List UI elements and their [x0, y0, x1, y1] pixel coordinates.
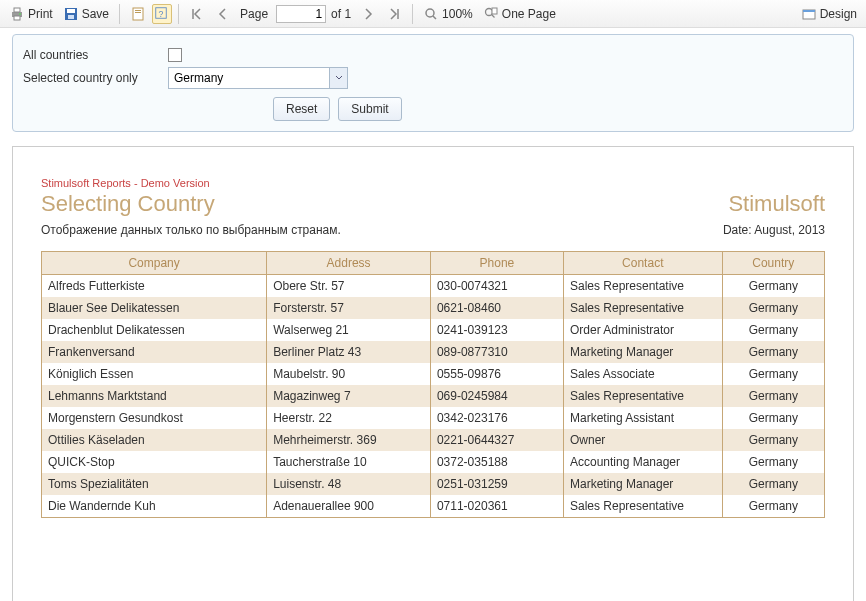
cell-contact: Accounting Manager	[563, 451, 722, 473]
country-input[interactable]	[169, 68, 329, 88]
cell-country: Germany	[722, 385, 824, 407]
cell-contact: Marketing Manager	[563, 473, 722, 495]
cell-company: Toms Spezialitäten	[42, 473, 267, 495]
one-page-button[interactable]: One Page	[479, 4, 560, 24]
cell-contact: Sales Representative	[563, 275, 722, 298]
table-row: Morgenstern GesundkostHeerstr. 220342-02…	[42, 407, 825, 429]
zoom-button[interactable]: 100%	[419, 4, 477, 24]
toolbar: Print Save ? Page of 1	[0, 0, 866, 28]
cell-address: Obere Str. 57	[267, 275, 431, 298]
one-page-icon	[483, 6, 499, 22]
cell-address: Heerstr. 22	[267, 407, 431, 429]
header-contact: Contact	[563, 252, 722, 275]
svg-rect-8	[135, 10, 141, 11]
country-combo[interactable]	[168, 67, 348, 89]
first-page-button[interactable]	[185, 4, 209, 24]
parameters-button[interactable]: ?	[152, 4, 172, 24]
cell-address: Berliner Platz 43	[267, 341, 431, 363]
cell-company: Alfreds Futterkiste	[42, 275, 267, 298]
zoom-icon	[423, 6, 439, 22]
first-page-icon	[189, 6, 205, 22]
chevron-down-icon	[335, 71, 343, 85]
cell-phone: 0221-0644327	[430, 429, 563, 451]
cell-country: Germany	[722, 473, 824, 495]
cell-address: Forsterstr. 57	[267, 297, 431, 319]
cell-contact: Sales Representative	[563, 385, 722, 407]
cell-phone: 069-0245984	[430, 385, 563, 407]
cell-contact: Marketing Assistant	[563, 407, 722, 429]
cell-company: QUICK-Stop	[42, 451, 267, 473]
svg-point-3	[19, 13, 21, 15]
report-page: Stimulsoft Reports - Demo Version Select…	[12, 146, 854, 601]
print-button[interactable]: Print	[5, 4, 57, 24]
svg-rect-5	[67, 9, 75, 13]
table-row: QUICK-StopTaucherstraße 100372-035188Acc…	[42, 451, 825, 473]
separator	[178, 4, 179, 24]
page-input[interactable]	[276, 5, 326, 23]
selected-country-label: Selected country only	[23, 71, 168, 85]
all-countries-checkbox[interactable]	[168, 48, 182, 62]
table-row: FrankenversandBerliner Platz 43089-08773…	[42, 341, 825, 363]
cell-company: Frankenversand	[42, 341, 267, 363]
cell-phone: 0342-023176	[430, 407, 563, 429]
header-company: Company	[42, 252, 267, 275]
report-subtitle: Отображение данных только по выбранным с…	[41, 223, 341, 237]
print-icon	[9, 6, 25, 22]
cell-address: Adenauerallee 900	[267, 495, 431, 518]
cell-address: Walserweg 21	[267, 319, 431, 341]
cell-contact: Sales Associate	[563, 363, 722, 385]
last-page-button[interactable]	[382, 4, 406, 24]
cell-contact: Order Administrator	[563, 319, 722, 341]
cell-address: Magazinweg 7	[267, 385, 431, 407]
cell-phone: 0555-09876	[430, 363, 563, 385]
reset-button[interactable]: Reset	[273, 97, 330, 121]
last-page-icon	[386, 6, 402, 22]
cell-country: Germany	[722, 407, 824, 429]
table-row: Alfreds FutterkisteObere Str. 57030-0074…	[42, 275, 825, 298]
page-of-label: of 1	[331, 7, 351, 21]
cell-contact: Sales Representative	[563, 297, 722, 319]
svg-rect-14	[492, 8, 497, 14]
one-page-label: One Page	[502, 7, 556, 21]
cell-phone: 089-0877310	[430, 341, 563, 363]
save-icon	[63, 6, 79, 22]
cell-country: Germany	[722, 429, 824, 451]
header-phone: Phone	[430, 252, 563, 275]
separator	[412, 4, 413, 24]
cell-contact: Sales Representative	[563, 495, 722, 518]
cell-country: Germany	[722, 319, 824, 341]
table-row: Lehmanns MarktstandMagazinweg 7069-02459…	[42, 385, 825, 407]
table-row: Königlich EssenMaubelstr. 900555-09876Sa…	[42, 363, 825, 385]
design-button[interactable]: Design	[797, 4, 861, 24]
save-button[interactable]: Save	[59, 4, 113, 24]
cell-country: Germany	[722, 297, 824, 319]
cell-contact: Owner	[563, 429, 722, 451]
cell-phone: 0241-039123	[430, 319, 563, 341]
bookmarks-button[interactable]	[126, 4, 150, 24]
design-label: Design	[820, 7, 857, 21]
prev-page-button[interactable]	[211, 4, 235, 24]
cell-company: Die Wandernde Kuh	[42, 495, 267, 518]
save-label: Save	[82, 7, 109, 21]
submit-button[interactable]: Submit	[338, 97, 401, 121]
prev-page-icon	[215, 6, 231, 22]
cell-country: Germany	[722, 495, 824, 518]
parameters-icon: ?	[154, 6, 170, 22]
parameters-panel: All countries Selected country only Rese…	[12, 34, 854, 132]
brand-label: Stimulsoft	[728, 191, 825, 217]
design-icon	[801, 6, 817, 22]
cell-address: Luisenstr. 48	[267, 473, 431, 495]
next-page-button[interactable]	[356, 4, 380, 24]
cell-address: Maubelstr. 90	[267, 363, 431, 385]
cell-address: Mehrheimerstr. 369	[267, 429, 431, 451]
svg-text:?: ?	[159, 8, 164, 18]
next-page-icon	[360, 6, 376, 22]
combo-dropdown-button[interactable]	[329, 68, 347, 88]
table-row: Toms SpezialitätenLuisenstr. 480251-0312…	[42, 473, 825, 495]
data-table: Company Address Phone Contact Country Al…	[41, 251, 825, 518]
header-country: Country	[722, 252, 824, 275]
separator	[119, 4, 120, 24]
page-label: Page	[240, 7, 268, 21]
cell-phone: 0251-031259	[430, 473, 563, 495]
cell-company: Blauer See Delikatessen	[42, 297, 267, 319]
